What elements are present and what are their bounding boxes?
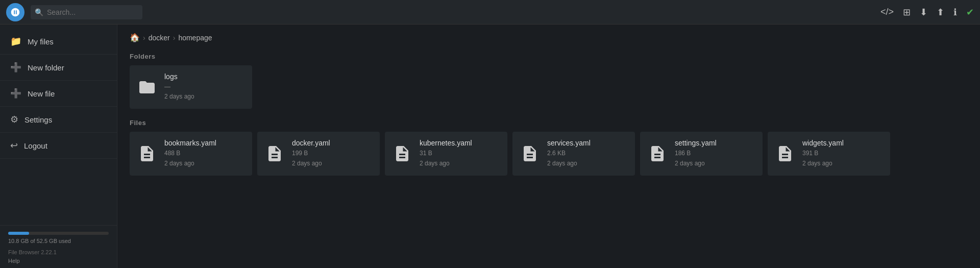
breadcrumb-docker[interactable]: docker [149, 34, 170, 42]
sidebar-label-settings: Settings [24, 115, 52, 124]
folder-meta1-logs: — [164, 82, 194, 92]
sidebar-label-my-files: My files [28, 37, 54, 46]
sidebar-label-new-file: New file [28, 89, 55, 98]
help-link[interactable]: Help [8, 258, 20, 264]
storage-bar-fill [8, 232, 29, 235]
download-icon[interactable]: ⬇ [920, 7, 927, 18]
code-icon[interactable]: </> [880, 7, 894, 17]
file-name-docker.yaml: docker.yaml [292, 139, 330, 147]
storage-text: 10.8 GB of 52.5 GB used [8, 238, 109, 244]
file-size-docker.yaml: 199 B [292, 149, 330, 158]
file-size-settings.yaml: 186 B [675, 149, 717, 158]
check-icon[interactable]: ✔ [966, 7, 974, 18]
file-name-bookmarks.yaml: bookmarks.yaml [164, 139, 216, 147]
doc-icon-widgets.yaml [775, 144, 795, 163]
app-body: 📁 My files ➕ New folder ➕ New file ⚙ Set… [0, 25, 980, 268]
file-info-widgets.yaml: widgets.yaml 391 B 2 days ago [802, 139, 844, 168]
file-modified-services.yaml: 2 days ago [547, 159, 591, 168]
logout-icon: ↩ [10, 140, 18, 151]
sidebar: 📁 My files ➕ New folder ➕ New file ⚙ Set… [0, 25, 117, 268]
doc-icon-settings.yaml [647, 144, 668, 163]
upload-icon[interactable]: ⬆ [937, 7, 944, 18]
folders-grid: logs — 2 days ago [130, 65, 968, 109]
doc-icon-kubernetes.yaml [392, 144, 412, 163]
file-modified-settings.yaml: 2 days ago [675, 159, 717, 168]
file-card-docker.yaml[interactable]: docker.yaml 199 B 2 days ago [257, 132, 380, 175]
breadcrumb-sep-1: › [143, 34, 145, 42]
version-number: File Browser 2.22.1 [8, 248, 109, 257]
breadcrumb-homepage[interactable]: homepage [178, 34, 212, 42]
grid-icon[interactable]: ⊞ [903, 7, 911, 18]
breadcrumb-home[interactable]: 🏠 [130, 33, 140, 42]
breadcrumb-sep-2: › [173, 34, 176, 42]
storage-bar-bg [8, 232, 109, 235]
file-info-settings.yaml: settings.yaml 186 B 2 days ago [675, 139, 717, 168]
file-card-widgets.yaml[interactable]: widgets.yaml 391 B 2 days ago [768, 132, 890, 175]
file-info-docker.yaml: docker.yaml 199 B 2 days ago [292, 139, 330, 168]
search-icon: 🔍 [35, 8, 43, 16]
file-info-kubernetes.yaml: kubernetes.yaml 31 B 2 days ago [420, 139, 472, 168]
app-header: 🔍 </> ⊞ ⬇ ⬆ ℹ ✔ [0, 0, 980, 25]
file-size-services.yaml: 2.6 KB [547, 149, 591, 158]
folder-icon-logs [137, 78, 157, 96]
folder-info-logs: logs — 2 days ago [164, 72, 194, 102]
app-logo [6, 3, 24, 21]
folder-card-logs[interactable]: logs — 2 days ago [130, 65, 252, 109]
file-modified-docker.yaml: 2 days ago [292, 159, 330, 168]
version-text: File Browser 2.22.1 Help [8, 248, 109, 265]
file-name-services.yaml: services.yaml [547, 139, 591, 147]
sidebar-item-settings[interactable]: ⚙ Settings [0, 107, 117, 133]
doc-icon-services.yaml [520, 144, 540, 163]
sidebar-bottom: 10.8 GB of 52.5 GB used File Browser 2.2… [0, 225, 117, 268]
folder-icon: 📁 [10, 36, 21, 47]
file-info-services.yaml: services.yaml 2.6 KB 2 days ago [547, 139, 591, 168]
folder-name-logs: logs [164, 72, 194, 81]
files-grid: bookmarks.yaml 488 B 2 days ago docker.y… [130, 132, 968, 175]
file-size-kubernetes.yaml: 31 B [420, 149, 472, 158]
file-modified-widgets.yaml: 2 days ago [802, 159, 844, 168]
file-card-services.yaml[interactable]: services.yaml 2.6 KB 2 days ago [512, 132, 635, 175]
file-size-bookmarks.yaml: 488 B [164, 149, 216, 158]
file-modified-bookmarks.yaml: 2 days ago [164, 159, 216, 168]
doc-icon-bookmarks.yaml [137, 144, 157, 163]
file-size-widgets.yaml: 391 B [802, 149, 844, 158]
breadcrumb: 🏠 › docker › homepage [130, 33, 968, 42]
sidebar-label-logout: Logout [24, 141, 47, 150]
file-name-settings.yaml: settings.yaml [675, 139, 717, 147]
main-content: 🏠 › docker › homepage Folders logs — 2 d… [117, 25, 980, 268]
sidebar-label-new-folder: New folder [28, 63, 64, 72]
add-file-icon: ➕ [10, 88, 21, 99]
files-label: Files [130, 119, 968, 127]
header-actions: </> ⊞ ⬇ ⬆ ℹ ✔ [880, 7, 974, 18]
sidebar-item-new-file[interactable]: ➕ New file [0, 81, 117, 107]
sidebar-item-new-folder[interactable]: ➕ New folder [0, 55, 117, 81]
add-folder-icon: ➕ [10, 62, 21, 73]
file-name-kubernetes.yaml: kubernetes.yaml [420, 139, 472, 147]
search-input[interactable] [31, 5, 142, 19]
folder-meta2-logs: 2 days ago [164, 92, 194, 102]
file-card-bookmarks.yaml[interactable]: bookmarks.yaml 488 B 2 days ago [130, 132, 252, 175]
folders-label: Folders [130, 53, 968, 60]
sidebar-item-logout[interactable]: ↩ Logout [0, 133, 117, 159]
file-info-bookmarks.yaml: bookmarks.yaml 488 B 2 days ago [164, 139, 216, 168]
file-card-kubernetes.yaml[interactable]: kubernetes.yaml 31 B 2 days ago [385, 132, 507, 175]
gear-icon: ⚙ [10, 114, 18, 125]
sidebar-item-my-files[interactable]: 📁 My files [0, 29, 117, 55]
doc-icon-docker.yaml [264, 144, 285, 163]
search-wrapper: 🔍 [31, 5, 174, 19]
file-name-widgets.yaml: widgets.yaml [802, 139, 844, 147]
info-icon[interactable]: ℹ [953, 7, 957, 18]
file-card-settings.yaml[interactable]: settings.yaml 186 B 2 days ago [640, 132, 763, 175]
file-modified-kubernetes.yaml: 2 days ago [420, 159, 472, 168]
